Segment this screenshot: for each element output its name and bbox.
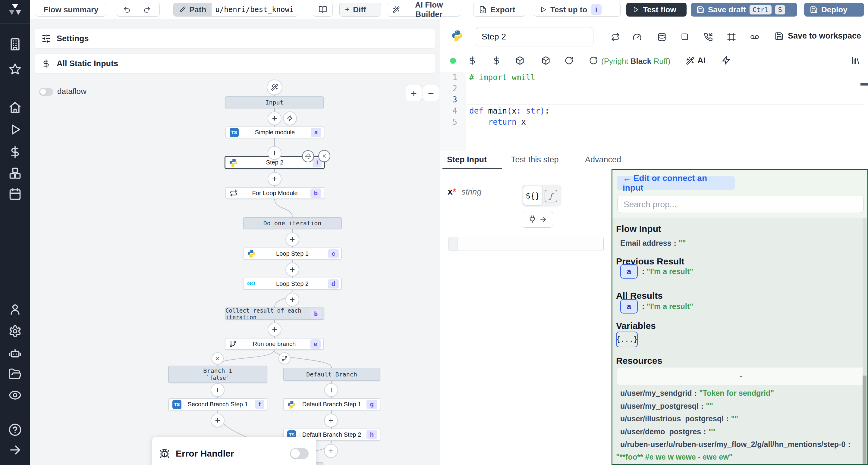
resource-row[interactable]: u/user/illustrious_postgresql:"" xyxy=(620,414,738,423)
package-icon[interactable] xyxy=(516,56,524,65)
add-step-button[interactable] xyxy=(285,293,299,307)
node-do-one-iteration[interactable]: Do one iteration xyxy=(243,217,342,229)
add-step-button[interactable] xyxy=(268,146,281,160)
path-edit-button[interactable]: Path xyxy=(174,3,212,16)
node-simple-module[interactable]: TS Simple module a xyxy=(225,127,324,138)
result-key-chip[interactable]: a xyxy=(620,264,638,278)
resources-placeholder-box[interactable]: - xyxy=(617,367,865,385)
add-step-button[interactable] xyxy=(324,383,338,397)
add-branch-button[interactable] xyxy=(278,352,290,364)
docs-book-button[interactable] xyxy=(313,3,333,16)
remove-branch-button[interactable] xyxy=(212,352,224,364)
variables-dollar-icon[interactable] xyxy=(8,145,22,159)
add-step-button[interactable] xyxy=(211,413,224,427)
export-button[interactable]: Export xyxy=(473,3,525,16)
edit-or-connect-pill[interactable]: ← Edit or connect an input xyxy=(617,176,735,190)
node-run-one-branch[interactable]: Run one branch e xyxy=(225,338,324,350)
node-branch1[interactable]: Branch 1 `false` xyxy=(168,366,267,383)
node-collect-result[interactable]: Collect result of each iteration b xyxy=(225,307,324,320)
resource-row-clipped[interactable]: u/ruben-user/my_token:"24: this is for s… xyxy=(620,463,786,465)
reload-icon[interactable] xyxy=(589,56,598,65)
add-step-button[interactable] xyxy=(324,444,338,458)
tab-advanced[interactable]: Advanced xyxy=(585,155,621,164)
code-line-1[interactable]: # import wmill xyxy=(469,73,535,82)
add-step-button[interactable] xyxy=(268,172,281,186)
ai-flow-builder-button[interactable]: AI Flow Builder xyxy=(387,3,460,16)
flow-summary-button[interactable]: Flow summary xyxy=(36,3,106,16)
scrollbar-thumb[interactable] xyxy=(863,375,867,465)
bolt-icon[interactable] xyxy=(721,56,731,65)
test-up-to-button[interactable]: Test up to i xyxy=(534,3,621,16)
runs-play-icon[interactable] xyxy=(8,123,22,136)
connect-input-button[interactable] xyxy=(522,211,553,228)
resource-row[interactable]: u/ruben-user/u/ruben-user/my_flow_2/g/al… xyxy=(620,440,853,449)
template-mode-button[interactable]: ${} xyxy=(523,186,542,205)
node-input[interactable]: Input xyxy=(225,96,324,108)
workspace-icon[interactable] xyxy=(8,38,22,51)
package-icon[interactable] xyxy=(541,56,550,65)
ai-assistant-button[interactable]: AI xyxy=(686,56,706,65)
folders-icon[interactable] xyxy=(8,367,22,381)
audit-eye-icon[interactable] xyxy=(8,389,22,402)
path-input[interactable] xyxy=(212,3,298,16)
save-draft-button[interactable]: Save draft Ctrl S xyxy=(691,3,797,16)
add-step-button[interactable] xyxy=(268,111,281,125)
add-step-button[interactable] xyxy=(285,263,299,276)
save-to-workspace-button[interactable]: Save to workspace xyxy=(775,31,861,41)
cache-database-icon[interactable] xyxy=(657,33,666,41)
add-step-button[interactable] xyxy=(285,232,299,246)
sleep-frame-icon[interactable] xyxy=(727,33,736,41)
add-trigger-button[interactable] xyxy=(283,111,297,125)
home-icon[interactable] xyxy=(8,101,22,114)
tab-test-this-step[interactable]: Test this step xyxy=(511,155,559,164)
add-step-button[interactable] xyxy=(268,323,281,336)
suspend-phone-icon[interactable] xyxy=(704,33,713,41)
resource-row-value[interactable]: "**foo** #e we w wewe - ewe ew" xyxy=(616,453,733,461)
delete-step-button[interactable] xyxy=(318,150,330,162)
node-loop-step2[interactable]: GO Loop Step 2 d xyxy=(243,278,342,290)
resource-row[interactable]: u/user/demo_postgres:"" xyxy=(620,427,715,436)
all-results-row[interactable]: : "I'm a result" xyxy=(642,302,693,311)
code-line-5[interactable]: return x xyxy=(469,118,526,127)
library-icon[interactable] xyxy=(851,56,860,65)
deploy-button[interactable]: Deploy xyxy=(804,3,864,16)
node-default-branch-step1[interactable]: Default Branch Step 1 g xyxy=(283,398,380,410)
variable-dollar-icon[interactable] xyxy=(468,56,477,65)
reload-icon[interactable] xyxy=(564,56,574,65)
add-step-button[interactable] xyxy=(324,413,338,427)
favorites-star-icon[interactable] xyxy=(8,63,22,76)
node-loop-step1[interactable]: Loop Step 1 c xyxy=(243,247,342,260)
user-icon[interactable] xyxy=(8,303,22,316)
mock-square-icon[interactable] xyxy=(681,33,689,41)
resources-boxes-icon[interactable] xyxy=(8,167,22,180)
expand-arrow-icon[interactable] xyxy=(8,443,22,457)
node-second-branch-step1[interactable]: TS Second Branch Step 1 f xyxy=(168,398,267,410)
prev-result-row[interactable]: : "I'm a result" xyxy=(642,267,693,276)
variables-object-chip[interactable]: {...} xyxy=(616,332,638,347)
retry-repeat-icon[interactable] xyxy=(611,33,620,41)
workers-bot-icon[interactable] xyxy=(8,346,22,360)
windmill-logo[interactable] xyxy=(8,2,22,17)
settings-gear-icon[interactable] xyxy=(8,325,22,338)
diff-button[interactable]: ± Diff xyxy=(339,3,381,16)
result-key-chip[interactable]: a xyxy=(620,299,638,313)
redo-button[interactable] xyxy=(137,3,157,16)
undo-button[interactable] xyxy=(117,3,137,16)
ai-edit-flow-button[interactable] xyxy=(267,79,282,95)
search-prop-input[interactable] xyxy=(617,196,864,213)
add-step-button[interactable] xyxy=(211,383,224,397)
editor-scroll-marker[interactable] xyxy=(861,83,868,86)
move-step-button[interactable] xyxy=(302,150,314,162)
voicemail-icon[interactable] xyxy=(750,33,759,41)
error-handler-toggle[interactable] xyxy=(290,448,309,459)
fx-mode-button[interactable]: ƒ xyxy=(545,190,557,202)
resource-row[interactable]: u/user/my_sendgrid:"Token for sendgrid" xyxy=(620,389,774,398)
flow-input-row[interactable]: Email address:"" xyxy=(620,239,686,247)
node-default-branch[interactable]: Default Branch xyxy=(283,368,380,381)
resource-dollar-icon[interactable] xyxy=(492,56,501,65)
node-for-loop[interactable]: For Loop Module b xyxy=(225,187,324,199)
resource-row[interactable]: u/user/my_postgresql:"" xyxy=(620,402,713,410)
help-icon[interactable] xyxy=(8,423,22,436)
tab-step-input[interactable]: Step Input xyxy=(447,155,487,164)
step-name-input[interactable] xyxy=(476,27,593,46)
